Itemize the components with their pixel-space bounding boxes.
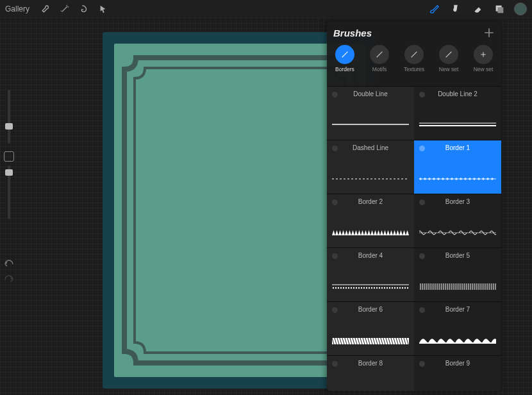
category-label: Borders (335, 66, 354, 72)
svg-point-26 (376, 287, 378, 289)
category-motifs[interactable]: Motifs (364, 45, 395, 72)
category-label: Motifs (372, 66, 387, 72)
svg-point-24 (371, 287, 372, 289)
brush-label: Border 1 (414, 144, 501, 151)
svg-point-12 (340, 287, 342, 289)
svg-point-27 (379, 287, 380, 289)
brush-double-line[interactable]: Double Line (327, 86, 414, 140)
brush-border-2[interactable]: Border 2 (327, 194, 414, 248)
svg-point-38 (407, 287, 408, 289)
layers-icon[interactable] (488, 0, 510, 18)
brush-preview (332, 388, 409, 391)
svg-point-23 (369, 287, 370, 289)
svg-point-10 (335, 287, 337, 289)
brush-preview (332, 226, 409, 239)
brush-label: Border 2 (327, 198, 414, 205)
svg-point-31 (389, 287, 390, 289)
svg-point-22 (366, 287, 367, 289)
brush-label: Border 8 (327, 360, 414, 367)
category-new-set[interactable]: New set (433, 45, 464, 72)
wrench-icon[interactable] (37, 1, 54, 17)
brush-line-icon (439, 45, 458, 64)
svg-point-32 (392, 287, 393, 289)
category-borders[interactable]: Borders (329, 45, 360, 72)
redo-icon[interactable] (3, 274, 15, 285)
brush-border-3[interactable]: Border 3 (414, 194, 501, 248)
svg-point-20 (361, 287, 362, 289)
brush-label: Border 9 (414, 360, 501, 367)
brush-preview (332, 119, 409, 131)
color-swatch[interactable] (514, 3, 527, 15)
svg-rect-1 (497, 7, 503, 13)
brush-border-8[interactable]: Border 8 (327, 355, 414, 391)
brush-preview (332, 172, 409, 185)
brush-preview (419, 172, 496, 185)
svg-point-35 (399, 287, 401, 289)
brush-size-thumb[interactable] (5, 123, 13, 130)
svg-point-18 (356, 287, 357, 289)
svg-point-15 (348, 287, 349, 289)
panel-title: Brushes (333, 28, 372, 38)
modifier-button[interactable] (4, 151, 14, 162)
svg-point-17 (353, 287, 354, 289)
wand-icon[interactable] (56, 1, 73, 17)
svg-point-21 (363, 287, 365, 289)
category-new-set[interactable]: New set (468, 45, 499, 72)
brush-double-line-2[interactable]: Double Line 2 (414, 86, 501, 140)
svg-point-29 (384, 287, 385, 289)
brush-preview (419, 226, 496, 239)
brush-border-7[interactable]: Border 7 (414, 301, 501, 355)
svg-point-14 (345, 287, 347, 289)
brush-label: Border 3 (414, 198, 501, 205)
brush-label: Border 6 (327, 306, 414, 313)
category-label: New set (439, 66, 459, 72)
category-textures[interactable]: Textures (399, 45, 429, 72)
brush-border-4[interactable]: Border 4 (327, 248, 414, 301)
brush-category-row: BordersMotifsTexturesNew setNew set (327, 41, 501, 79)
brush-label: Dashed Line (327, 144, 414, 151)
eraser-tool-icon[interactable] (467, 0, 488, 18)
svg-point-36 (402, 287, 403, 289)
brush-preview (332, 334, 409, 347)
svg-point-28 (381, 287, 383, 289)
svg-point-19 (358, 287, 360, 289)
cursor-icon[interactable] (95, 1, 112, 17)
svg-point-33 (394, 287, 395, 289)
brush-preview (419, 388, 496, 391)
svg-point-25 (374, 287, 375, 289)
category-label: New set (474, 66, 494, 72)
brush-size-slider[interactable] (8, 90, 10, 144)
brush-label: Border 5 (414, 252, 501, 259)
brush-line-icon (370, 45, 389, 64)
select-icon[interactable] (76, 1, 92, 17)
svg-point-34 (397, 287, 398, 289)
brush-line-icon (335, 45, 354, 64)
brush-label: Border 4 (327, 252, 414, 259)
brush-label: Double Line (327, 90, 414, 97)
brush-border-9[interactable]: Border 9 (414, 355, 501, 391)
brush-label: Double Line 2 (414, 90, 501, 97)
svg-point-13 (343, 287, 344, 289)
brush-preview (419, 119, 496, 131)
brush-border-5[interactable]: Border 5 (414, 248, 501, 301)
brush-tool-icon[interactable] (423, 0, 445, 18)
add-brush-icon[interactable] (483, 27, 495, 38)
top-toolbar: Gallery (0, 0, 532, 18)
brush-grid: Double LineDouble Line 2Dashed LineBorde… (327, 86, 501, 391)
brush-border-1[interactable]: Border 1 (414, 140, 501, 194)
svg-point-37 (404, 287, 406, 289)
brush-preview (332, 280, 409, 293)
gallery-link[interactable]: Gallery (5, 4, 29, 13)
opacity-slider[interactable] (8, 165, 10, 219)
brush-line-icon (404, 45, 424, 64)
smudge-tool-icon[interactable] (445, 0, 467, 18)
svg-point-11 (338, 287, 339, 289)
category-label: Textures (404, 66, 424, 72)
left-slider-rail (0, 90, 18, 223)
brush-border-6[interactable]: Border 6 (327, 301, 414, 355)
brush-dashed-line[interactable]: Dashed Line (327, 140, 414, 194)
brush-preview (419, 280, 496, 293)
brush-label: Border 7 (414, 306, 501, 313)
opacity-thumb[interactable] (5, 169, 13, 176)
undo-icon[interactable] (3, 259, 15, 269)
